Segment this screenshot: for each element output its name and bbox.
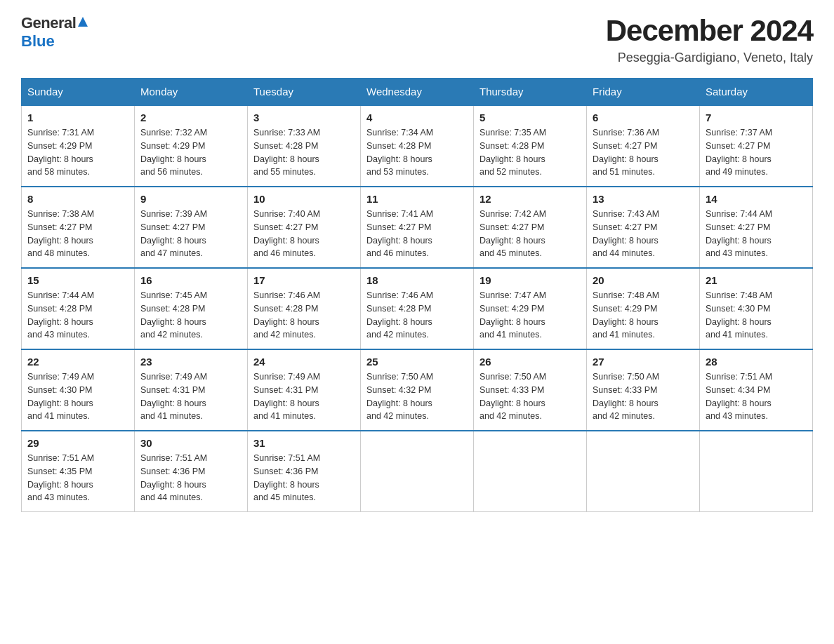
day-number: 31: [253, 437, 355, 449]
svg-marker-0: [78, 17, 88, 27]
col-tuesday: Tuesday: [248, 79, 361, 106]
day-info: Sunrise: 7:37 AM Sunset: 4:27 PM Dayligh…: [706, 126, 807, 179]
calendar-table: Sunday Monday Tuesday Wednesday Thursday…: [21, 78, 813, 512]
day-info: Sunrise: 7:36 AM Sunset: 4:27 PM Dayligh…: [593, 126, 694, 179]
title-area: December 2024 Peseggia-Gardigiano, Venet…: [606, 14, 813, 65]
day-number: 18: [366, 274, 468, 286]
day-number: 21: [706, 274, 807, 286]
day-number: 23: [140, 356, 241, 368]
day-number: 6: [593, 112, 694, 123]
day-info: Sunrise: 7:48 AM Sunset: 4:29 PM Dayligh…: [593, 289, 694, 342]
table-row: 27 Sunrise: 7:50 AM Sunset: 4:33 PM Dayl…: [587, 349, 700, 431]
page-header: General Blue December 2024 Peseggia-Gard…: [21, 14, 813, 65]
table-row: 8 Sunrise: 7:38 AM Sunset: 4:27 PM Dayli…: [22, 187, 135, 268]
table-row: 19 Sunrise: 7:47 AM Sunset: 4:29 PM Dayl…: [474, 268, 587, 349]
day-info: Sunrise: 7:51 AM Sunset: 4:35 PM Dayligh…: [27, 452, 128, 504]
day-info: Sunrise: 7:45 AM Sunset: 4:28 PM Dayligh…: [140, 289, 241, 342]
table-row: 29 Sunrise: 7:51 AM Sunset: 4:35 PM Dayl…: [22, 431, 135, 512]
day-number: 3: [253, 112, 355, 123]
day-number: 14: [706, 193, 807, 205]
day-number: 7: [706, 112, 807, 123]
day-info: Sunrise: 7:44 AM Sunset: 4:28 PM Dayligh…: [27, 289, 128, 342]
table-row: [587, 431, 700, 512]
day-info: Sunrise: 7:31 AM Sunset: 4:29 PM Dayligh…: [27, 126, 128, 179]
day-info: Sunrise: 7:51 AM Sunset: 4:36 PM Dayligh…: [253, 452, 355, 504]
day-number: 11: [366, 193, 468, 205]
day-number: 25: [366, 356, 468, 368]
table-row: 18 Sunrise: 7:46 AM Sunset: 4:28 PM Dayl…: [361, 268, 474, 349]
table-row: 21 Sunrise: 7:48 AM Sunset: 4:30 PM Dayl…: [700, 268, 813, 349]
day-number: 27: [593, 356, 694, 368]
col-sunday: Sunday: [22, 79, 135, 106]
logo-triangle-icon: [78, 17, 88, 27]
day-info: Sunrise: 7:34 AM Sunset: 4:28 PM Dayligh…: [366, 126, 468, 179]
col-friday: Friday: [587, 79, 700, 106]
table-row: 22 Sunrise: 7:49 AM Sunset: 4:30 PM Dayl…: [22, 349, 135, 431]
table-row: 24 Sunrise: 7:49 AM Sunset: 4:31 PM Dayl…: [248, 349, 361, 431]
table-row: 23 Sunrise: 7:49 AM Sunset: 4:31 PM Dayl…: [135, 349, 248, 431]
table-row: 7 Sunrise: 7:37 AM Sunset: 4:27 PM Dayli…: [700, 105, 813, 187]
table-row: 5 Sunrise: 7:35 AM Sunset: 4:28 PM Dayli…: [474, 105, 587, 187]
day-number: 4: [366, 112, 468, 123]
day-number: 16: [140, 274, 241, 286]
calendar-week-row: 1 Sunrise: 7:31 AM Sunset: 4:29 PM Dayli…: [22, 105, 813, 187]
day-number: 30: [140, 437, 241, 449]
table-row: 1 Sunrise: 7:31 AM Sunset: 4:29 PM Dayli…: [22, 105, 135, 187]
day-info: Sunrise: 7:49 AM Sunset: 4:31 PM Dayligh…: [253, 370, 355, 423]
calendar-week-row: 29 Sunrise: 7:51 AM Sunset: 4:35 PM Dayl…: [22, 431, 813, 512]
day-number: 28: [706, 356, 807, 368]
day-info: Sunrise: 7:50 AM Sunset: 4:33 PM Dayligh…: [479, 370, 581, 423]
day-number: 2: [140, 112, 241, 123]
day-info: Sunrise: 7:41 AM Sunset: 4:27 PM Dayligh…: [366, 208, 468, 260]
day-number: 24: [253, 356, 355, 368]
day-info: Sunrise: 7:38 AM Sunset: 4:27 PM Dayligh…: [27, 208, 128, 260]
col-monday: Monday: [135, 79, 248, 106]
day-info: Sunrise: 7:49 AM Sunset: 4:31 PM Dayligh…: [140, 370, 241, 423]
day-number: 22: [27, 356, 128, 368]
table-row: 16 Sunrise: 7:45 AM Sunset: 4:28 PM Dayl…: [135, 268, 248, 349]
day-number: 15: [27, 274, 128, 286]
day-info: Sunrise: 7:50 AM Sunset: 4:33 PM Dayligh…: [593, 370, 694, 423]
table-row: 12 Sunrise: 7:42 AM Sunset: 4:27 PM Dayl…: [474, 187, 587, 268]
day-info: Sunrise: 7:44 AM Sunset: 4:27 PM Dayligh…: [706, 208, 807, 260]
day-info: Sunrise: 7:40 AM Sunset: 4:27 PM Dayligh…: [253, 208, 355, 260]
day-info: Sunrise: 7:46 AM Sunset: 4:28 PM Dayligh…: [366, 289, 468, 342]
day-number: 9: [140, 193, 241, 205]
table-row: 20 Sunrise: 7:48 AM Sunset: 4:29 PM Dayl…: [587, 268, 700, 349]
calendar-week-row: 22 Sunrise: 7:49 AM Sunset: 4:30 PM Dayl…: [22, 349, 813, 431]
col-saturday: Saturday: [700, 79, 813, 106]
table-row: [700, 431, 813, 512]
day-info: Sunrise: 7:33 AM Sunset: 4:28 PM Dayligh…: [253, 126, 355, 179]
col-wednesday: Wednesday: [361, 79, 474, 106]
table-row: 4 Sunrise: 7:34 AM Sunset: 4:28 PM Dayli…: [361, 105, 474, 187]
day-number: 10: [253, 193, 355, 205]
day-info: Sunrise: 7:49 AM Sunset: 4:30 PM Dayligh…: [27, 370, 128, 423]
day-number: 12: [479, 193, 581, 205]
table-row: 28 Sunrise: 7:51 AM Sunset: 4:34 PM Dayl…: [700, 349, 813, 431]
day-info: Sunrise: 7:51 AM Sunset: 4:34 PM Dayligh…: [706, 370, 807, 423]
table-row: 14 Sunrise: 7:44 AM Sunset: 4:27 PM Dayl…: [700, 187, 813, 268]
table-row: 31 Sunrise: 7:51 AM Sunset: 4:36 PM Dayl…: [248, 431, 361, 512]
day-info: Sunrise: 7:50 AM Sunset: 4:32 PM Dayligh…: [366, 370, 468, 423]
table-row: 2 Sunrise: 7:32 AM Sunset: 4:29 PM Dayli…: [135, 105, 248, 187]
col-thursday: Thursday: [474, 79, 587, 106]
table-row: 10 Sunrise: 7:40 AM Sunset: 4:27 PM Dayl…: [248, 187, 361, 268]
month-title: December 2024: [606, 14, 813, 48]
calendar-week-row: 8 Sunrise: 7:38 AM Sunset: 4:27 PM Dayli…: [22, 187, 813, 268]
day-number: 1: [27, 112, 128, 123]
day-number: 29: [27, 437, 128, 449]
calendar-week-row: 15 Sunrise: 7:44 AM Sunset: 4:28 PM Dayl…: [22, 268, 813, 349]
table-row: 30 Sunrise: 7:51 AM Sunset: 4:36 PM Dayl…: [135, 431, 248, 512]
day-number: 5: [479, 112, 581, 123]
calendar-header-row: Sunday Monday Tuesday Wednesday Thursday…: [22, 79, 813, 106]
day-info: Sunrise: 7:35 AM Sunset: 4:28 PM Dayligh…: [479, 126, 581, 179]
table-row: 6 Sunrise: 7:36 AM Sunset: 4:27 PM Dayli…: [587, 105, 700, 187]
day-info: Sunrise: 7:47 AM Sunset: 4:29 PM Dayligh…: [479, 289, 581, 342]
logo-blue-text: Blue: [21, 32, 55, 51]
day-number: 8: [27, 193, 128, 205]
table-row: 17 Sunrise: 7:46 AM Sunset: 4:28 PM Dayl…: [248, 268, 361, 349]
day-number: 17: [253, 274, 355, 286]
logo: General Blue: [21, 14, 88, 51]
table-row: [474, 431, 587, 512]
day-info: Sunrise: 7:51 AM Sunset: 4:36 PM Dayligh…: [140, 452, 241, 504]
